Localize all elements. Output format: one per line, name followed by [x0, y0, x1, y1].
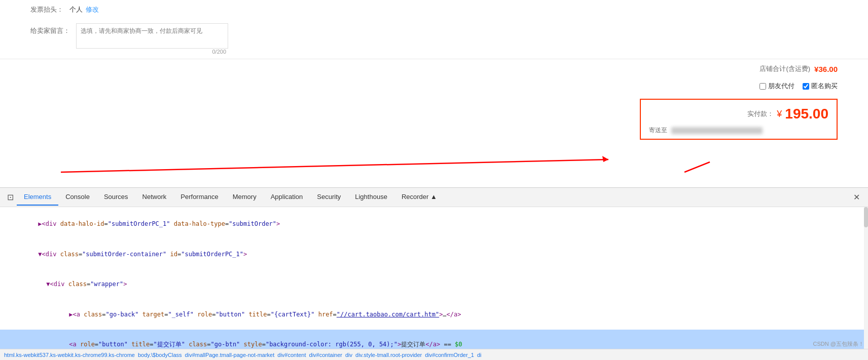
breadcrumb-body[interactable]: body.\$bodyClass — [138, 352, 182, 358]
tab-elements[interactable]: Elements — [17, 189, 58, 206]
devtools-breadcrumb: html.ks-webkit537.ks-webkit.ks-chrome99.… — [0, 349, 868, 360]
options-row: 朋友代付 匿名购买 — [0, 78, 868, 94]
payment-amount: 195.00 — [785, 106, 828, 122]
message-row: 给卖家留言： 0/200 — [0, 19, 868, 59]
total-value: ¥36.00 — [814, 65, 838, 73]
breadcrumb-html[interactable]: html.ks-webkit537.ks-webkit.ks-chrome99.… — [4, 352, 135, 358]
tab-application[interactable]: Application — [264, 189, 310, 206]
tab-recorder[interactable]: Recorder ▲ — [394, 189, 444, 206]
payment-shipping-row: 寄送至 — [649, 126, 828, 135]
tab-memory[interactable]: Memory — [226, 189, 264, 206]
tab-network[interactable]: Network — [135, 189, 174, 206]
breadcrumb-di[interactable]: di — [477, 352, 482, 358]
message-counter: 0/200 — [76, 49, 228, 55]
message-input-wrapper: 0/200 — [76, 23, 228, 55]
message-input[interactable] — [76, 23, 228, 49]
payment-amount-row: 实付款： ¥ 195.00 — [649, 106, 828, 122]
devtools-scrollbar-thumb — [864, 207, 868, 227]
code-line-5-highlighted[interactable]: <a role="button" title="提交订单" class="go-… — [0, 330, 868, 349]
svg-marker-1 — [602, 156, 608, 162]
tab-performance[interactable]: Performance — [173, 189, 225, 206]
tab-lighthouse[interactable]: Lighthouse — [348, 189, 394, 206]
code-line-1[interactable]: ▶<div data-halo-id="submitOrderPC_1" dat… — [0, 209, 868, 239]
total-label: 店铺合计(含运费) — [760, 64, 810, 73]
breadcrumb-mallpage[interactable]: div#mallPage.tmall-page-not-market — [185, 352, 275, 358]
shipping-address-blurred — [671, 127, 763, 134]
tab-security[interactable]: Security — [310, 189, 348, 206]
anonymous-option[interactable]: 匿名购买 — [803, 82, 838, 91]
anonymous-checkbox[interactable] — [803, 83, 809, 90]
invoice-label: 发票抬头： — [30, 5, 63, 14]
devtools-content: ▶<div data-halo-id="submitOrderPC_1" dat… — [0, 207, 868, 349]
invoice-edit-link[interactable]: 修改 — [86, 5, 99, 14]
devtools-toolbar: ⊡ Elements Console Sources Network Perfo… — [0, 188, 868, 207]
invoice-value: 个人 — [69, 5, 83, 14]
friend-pay-option[interactable]: 朋友代付 — [760, 82, 794, 91]
devtools-toggle-button[interactable]: ⊡ — [4, 190, 17, 204]
code-line-3[interactable]: ▼<div class="wrapper"> — [0, 269, 868, 300]
devtools-scrollbar[interactable] — [864, 207, 868, 349]
tab-console[interactable]: Console — [58, 189, 97, 206]
payment-label: 实付款： — [747, 109, 774, 118]
tab-sources[interactable]: Sources — [97, 189, 135, 206]
total-row: 店铺合计(含运费) ¥36.00 — [0, 59, 868, 78]
svg-line-0 — [61, 159, 608, 172]
code-line-4[interactable]: ▶<a class="go-back" target="_self" role=… — [0, 300, 868, 330]
invoice-row: 发票抬头： 个人 修改 — [0, 0, 868, 19]
breadcrumb-container[interactable]: div#container — [309, 352, 342, 358]
breadcrumb-confirmorder[interactable]: div#confirmOrder_1 — [425, 352, 474, 358]
code-line-2[interactable]: ▼<div class="submitOrder-container" id="… — [0, 239, 868, 270]
message-label: 给卖家留言： — [30, 23, 70, 35]
shipping-label: 寄送至 — [649, 126, 667, 135]
devtools-panel: ⊡ Elements Console Sources Network Perfo… — [0, 187, 868, 360]
friend-pay-label: 朋友代付 — [768, 82, 794, 91]
breadcrumb-content[interactable]: div#content — [277, 352, 306, 358]
friend-pay-checkbox[interactable] — [760, 83, 766, 90]
breadcrumb-div1[interactable]: div — [345, 352, 352, 358]
payment-currency: ¥ — [777, 109, 782, 119]
breadcrumb-style-tmall[interactable]: div.style-tmall.root-provider — [355, 352, 422, 358]
anonymous-label: 匿名购买 — [811, 82, 838, 91]
devtools-close-button[interactable]: ✕ — [849, 190, 864, 204]
payment-box: 实付款： ¥ 195.00 寄送至 — [640, 99, 838, 140]
svg-line-2 — [684, 162, 710, 172]
